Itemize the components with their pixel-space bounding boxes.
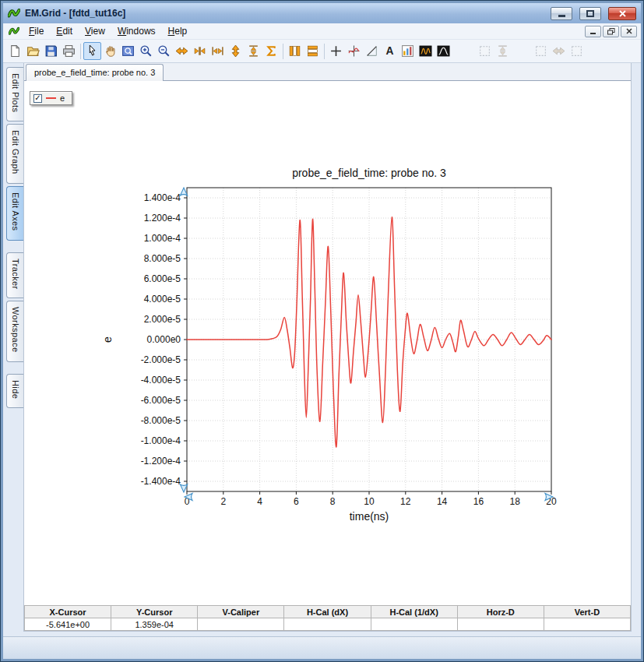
link-box-icon (534, 44, 547, 58)
fft-button[interactable] (417, 42, 435, 60)
zoom-selection-x-button (550, 42, 568, 60)
mdi-minimize-button[interactable] (585, 26, 601, 37)
menu-bar: FileEditViewWindowsHelp (3, 23, 641, 40)
select-cursor-button[interactable] (83, 42, 101, 60)
sidebar-tab-label: Tracker (11, 259, 20, 290)
zoom-box-icon (121, 44, 135, 58)
mdi-close-icon (626, 28, 632, 34)
status-header-v-caliper: V-Caliper (198, 606, 284, 618)
menu-windows[interactable]: Windows (111, 24, 162, 38)
expand-x-icon (175, 44, 188, 58)
pan-button[interactable] (101, 42, 119, 60)
save-icon (44, 44, 58, 58)
sidebar-tab-edit-plots[interactable]: Edit Plots (6, 67, 23, 121)
sidebar-tab-edit-graph[interactable]: Edit Graph (6, 124, 23, 184)
fft-icon (419, 44, 432, 58)
x-tick-label: 6 (294, 496, 299, 507)
shrink-x-button[interactable] (191, 42, 209, 60)
crosshair-button[interactable] (327, 42, 345, 60)
sidebar-tab-workspace[interactable]: Workspace (6, 301, 23, 361)
y-axis-top-handle[interactable] (180, 188, 187, 195)
title-bar[interactable]: EM.Grid - [fdtd_tut16c] (3, 3, 641, 23)
tab-probe-e-field-time[interactable]: probe_e_field_time: probe no. 3 (26, 64, 164, 81)
mdi-close-button[interactable] (621, 26, 637, 37)
y-tick-label: -8.000e-5 (141, 415, 181, 426)
fit-x-button[interactable] (209, 42, 227, 60)
y-tick-label: 1.200e-4 (144, 213, 181, 224)
y-tick-label: 1.000e-4 (144, 233, 181, 244)
y-tick-label: -2.000e-5 (141, 354, 181, 365)
window-function-icon (437, 44, 450, 58)
x-axis-label: time(ns) (350, 510, 389, 523)
zoom-out-button[interactable] (155, 42, 173, 60)
zoom-selection-y-icon (496, 44, 509, 58)
legend: ✓ e (30, 91, 72, 105)
y-axis-bottom-handle[interactable] (180, 484, 187, 492)
toolbar (3, 40, 641, 63)
legend-checkbox[interactable]: ✓ (33, 94, 42, 103)
autoscale-button[interactable] (262, 42, 280, 60)
pan-icon (104, 44, 117, 58)
tracker-icon (347, 44, 361, 58)
toolbar-separator (80, 44, 81, 59)
tracker-button[interactable] (345, 42, 363, 60)
zoom-in-icon (139, 44, 153, 58)
vertical-markers-button[interactable] (286, 42, 304, 60)
maximize-icon (586, 10, 594, 17)
horizontal-markers-button[interactable] (304, 42, 322, 60)
shrink-x-icon (193, 44, 206, 58)
select-cursor-icon (86, 44, 99, 58)
print-button[interactable] (60, 42, 78, 60)
y-tick-label: 0.000e0 (147, 334, 181, 345)
mdi-restore-button[interactable] (603, 26, 619, 37)
status-header-y-cursor: Y-Cursor (111, 606, 198, 618)
new-graph-button[interactable] (399, 42, 417, 60)
sidebar-tab-edit-axes[interactable]: Edit Axes (6, 186, 23, 240)
menu-edit[interactable]: Edit (50, 24, 79, 38)
window-function-button[interactable] (435, 42, 452, 60)
menu-help[interactable]: Help (162, 24, 194, 38)
x-tick-label: 18 (510, 496, 521, 507)
zoom-in-button[interactable] (137, 42, 155, 60)
menu-file[interactable]: File (23, 24, 50, 38)
status-value-vert-d (544, 618, 630, 631)
y-tick-label: -6.000e-5 (141, 395, 181, 406)
fit-y-button[interactable] (245, 42, 262, 60)
sidebar-tab-hide[interactable]: Hide (6, 374, 23, 408)
x-tick-label: 10 (364, 496, 375, 507)
new-file-button[interactable] (6, 42, 24, 60)
new-file-icon (9, 44, 22, 58)
close-button[interactable] (608, 7, 636, 20)
select-region-button (476, 42, 494, 60)
x-tick-label: 8 (330, 496, 336, 507)
zoom-box-button[interactable] (119, 42, 137, 60)
text-label-button[interactable] (381, 42, 399, 60)
status-header-vert-d: Vert-D (544, 606, 630, 618)
minimize-button[interactable] (551, 7, 572, 20)
expand-x-button[interactable] (173, 42, 191, 60)
save-button[interactable] (42, 42, 60, 60)
y-tick-label: 8.000e-5 (144, 253, 181, 264)
y-tick-label: -1.200e-4 (141, 456, 181, 467)
maximize-button[interactable] (579, 7, 601, 20)
open-file-button[interactable] (24, 42, 42, 60)
fit-x-icon (211, 44, 224, 58)
text-label-icon (383, 44, 396, 58)
expand-y-button[interactable] (227, 42, 245, 60)
toolbar-separator (324, 44, 325, 59)
menu-view[interactable]: View (79, 24, 111, 38)
main-area: Edit PlotsEdit GraphEdit AxesTrackerWork… (3, 63, 641, 636)
caliper-button[interactable] (363, 42, 381, 60)
new-graph-icon (401, 44, 414, 58)
close-icon (619, 10, 626, 17)
x-tick-label: 4 (257, 496, 262, 507)
sidebar-tab-tracker[interactable]: Tracker (6, 252, 23, 299)
menu-bar-items: FileEditViewWindowsHelp (23, 24, 193, 38)
horizontal-markers-icon (306, 44, 319, 58)
sidebar-tab-label: Hide (11, 380, 20, 399)
zoom-selection-x-icon (552, 44, 565, 58)
status-header-h-cal-dx: H-Cal (dX) (284, 606, 371, 618)
chart-title: probe_e_field_time: probe no. 3 (292, 167, 446, 179)
document-icon (9, 26, 19, 37)
mdi-controls (583, 26, 639, 37)
